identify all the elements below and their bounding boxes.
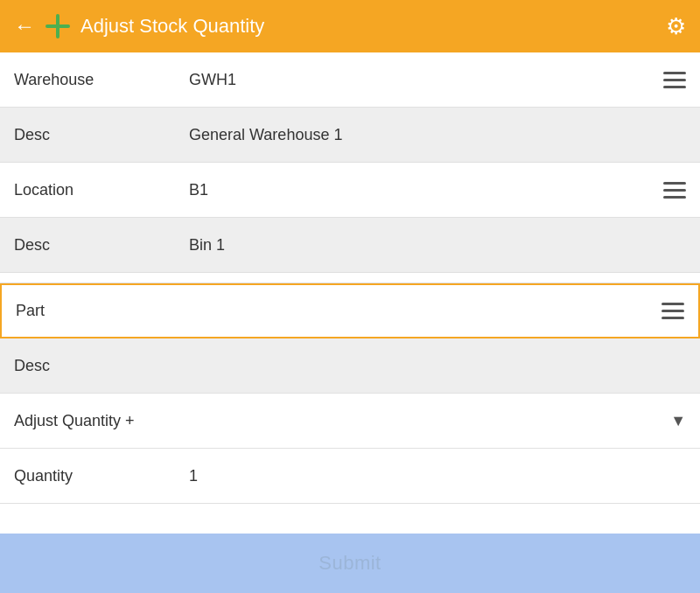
page-title: Adjust Stock Quantity (80, 15, 264, 38)
warehouse-label: Warehouse (14, 71, 189, 89)
location-label: Location (14, 181, 189, 199)
app-logo (44, 12, 72, 40)
warehouse-desc-label: Desc (14, 126, 189, 144)
header-left: ← Adjust Stock Quantity (14, 12, 264, 40)
warehouse-row: Warehouse GWH1 (0, 52, 700, 108)
spacer-row (0, 273, 700, 283)
location-desc-row: Desc Bin 1 (0, 218, 700, 273)
settings-icon[interactable]: ⚙ (666, 13, 686, 40)
adjust-quantity-label: Adjust Quantity + (14, 412, 670, 430)
warehouse-menu-icon[interactable] (663, 72, 686, 88)
menu-line-3 (663, 86, 686, 88)
warehouse-desc-value: General Warehouse 1 (189, 126, 686, 144)
location-desc-value: Bin 1 (189, 236, 686, 255)
quantity-value: 1 (189, 467, 686, 485)
warehouse-value: GWH1 (189, 71, 663, 89)
part-label: Part (16, 302, 191, 320)
location-desc-label: Desc (14, 236, 189, 255)
location-menu-icon[interactable] (663, 182, 686, 199)
adjust-quantity-row[interactable]: Adjust Quantity + ▼ (0, 394, 700, 449)
menu-line-3 (663, 196, 686, 199)
back-button[interactable]: ← (14, 14, 35, 38)
quantity-row: Quantity 1 (0, 449, 700, 504)
part-menu-icon[interactable] (662, 303, 684, 319)
quantity-label: Quantity (14, 467, 189, 485)
menu-line-2 (663, 189, 686, 192)
part-desc-row: Desc (0, 338, 700, 394)
menu-line-2 (662, 310, 684, 312)
menu-line-1 (662, 303, 684, 305)
menu-line-1 (663, 72, 686, 74)
location-row: Location B1 (0, 163, 700, 218)
form-container: Warehouse GWH1 Desc General Warehouse 1 … (0, 52, 700, 593)
location-value: B1 (189, 181, 663, 199)
app-header: ← Adjust Stock Quantity ⚙ (0, 0, 700, 52)
menu-line-2 (663, 79, 686, 81)
logo-icon (44, 12, 72, 40)
menu-line-1 (663, 182, 686, 185)
warehouse-desc-row: Desc General Warehouse 1 (0, 108, 700, 163)
submit-button[interactable]: Submit (0, 534, 700, 593)
part-desc-label: Desc (14, 357, 189, 375)
menu-line-3 (662, 317, 684, 319)
part-row[interactable]: Part (0, 283, 700, 338)
dropdown-arrow-icon[interactable]: ▼ (670, 412, 686, 430)
